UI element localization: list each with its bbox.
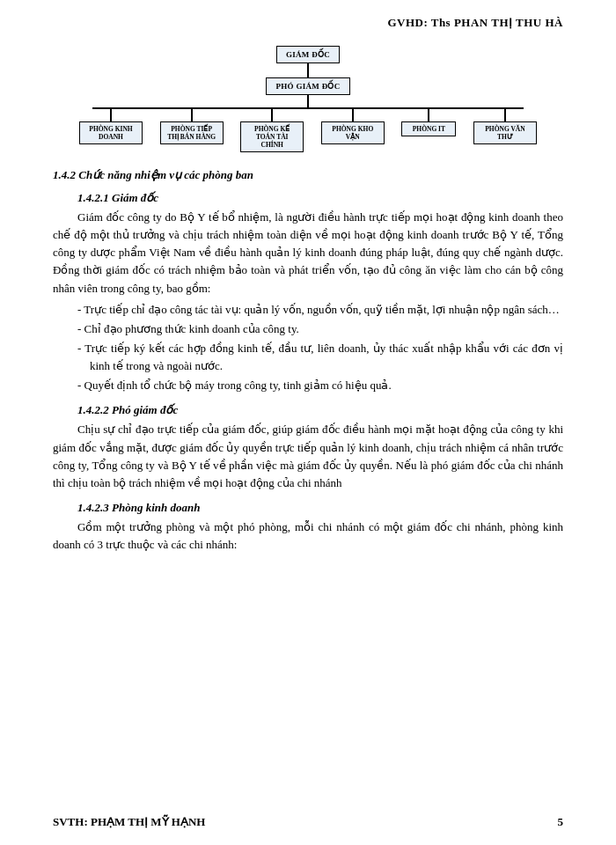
branch-box-3: PHÒNG KẾ TOÁN TÀI CHÍNH: [240, 121, 304, 152]
branch-v2: [191, 109, 193, 121]
footer-left: SVTH: PHẠM THỊ MỸ HẠNH: [53, 815, 205, 829]
branch-box-4: PHÒNG KHO VẬN: [321, 121, 385, 144]
header-text: GVHD: Ths PHAN THỊ THU HÀ: [53, 16, 563, 30]
org-chart: GIÁM ĐỐC PHÓ GIÁM ĐỐC PHÒNG KINH DOANH P…: [53, 46, 563, 152]
paragraph-1421: Giám đốc công ty do Bộ Y tế bổ nhiệm, là…: [53, 209, 563, 298]
paragraph-1423: Gồm một trưởng phòng và một phó phòng, m…: [53, 518, 563, 554]
branch-box-5: PHÒNG IT: [401, 121, 456, 136]
branch-3: PHÒNG KẾ TOÁN TÀI CHÍNH: [240, 109, 304, 152]
branch-v4: [352, 109, 354, 121]
branch-v5: [428, 109, 429, 121]
subsection-1421-title: 1.4.2.1 Giám đốc: [77, 191, 563, 205]
footer-right: 5: [558, 815, 564, 829]
branch-5: PHÒNG IT: [401, 109, 456, 136]
org-branches: PHÒNG KINH DOANH PHÒNG TIẾP THỊ BÁN HÀNG…: [79, 109, 537, 152]
bullet-3: - Trực tiếp ký kết các hợp đồng kinh tế,…: [77, 340, 563, 375]
giam-doc-box: GIÁM ĐỐC: [276, 46, 340, 63]
pho-giam-doc-box: PHÓ GIÁM ĐỐC: [266, 77, 349, 95]
branch-v6: [504, 109, 506, 121]
branch-box-2: PHÒNG TIẾP THỊ BÁN HÀNG: [160, 121, 224, 144]
branch-4: PHÒNG KHO VẬN: [321, 109, 385, 144]
bullet-2: - Chỉ đạo phương thức kinh doanh của côn…: [77, 320, 563, 338]
connector-v1: [307, 63, 309, 77]
branch-1: PHÒNG KINH DOANH: [79, 109, 143, 144]
subsection-1422-title: 1.4.2.2 Phó giám đốc: [77, 403, 563, 417]
branch-6: PHÒNG VĂN THƯ: [473, 109, 537, 144]
branch-box-1: PHÒNG KINH DOANH: [79, 121, 143, 144]
branch-box-6: PHÒNG VĂN THƯ: [473, 121, 537, 144]
branch-2: PHÒNG TIẾP THỊ BÁN HÀNG: [160, 109, 224, 144]
connector-v2: [307, 95, 309, 107]
bullet-4: - Quyết định tổ chức bộ máy trong công t…: [77, 377, 563, 394]
branch-v1: [110, 109, 112, 121]
branch-v3: [271, 109, 273, 121]
subsection-1423-title: 1.4.2.3 Phòng kinh doanh: [77, 501, 563, 515]
bullet-1: - Trực tiếp chỉ đạo công tác tài vụ: quả…: [77, 301, 563, 319]
footer: SVTH: PHẠM THỊ MỸ HẠNH 5: [53, 815, 563, 829]
section-142-title: 1.4.2 Chức năng nhiệm vụ các phòng ban: [53, 168, 563, 182]
paragraph-1422: Chịu sự chỉ đạo trực tiếp của giám đốc, …: [53, 421, 563, 492]
